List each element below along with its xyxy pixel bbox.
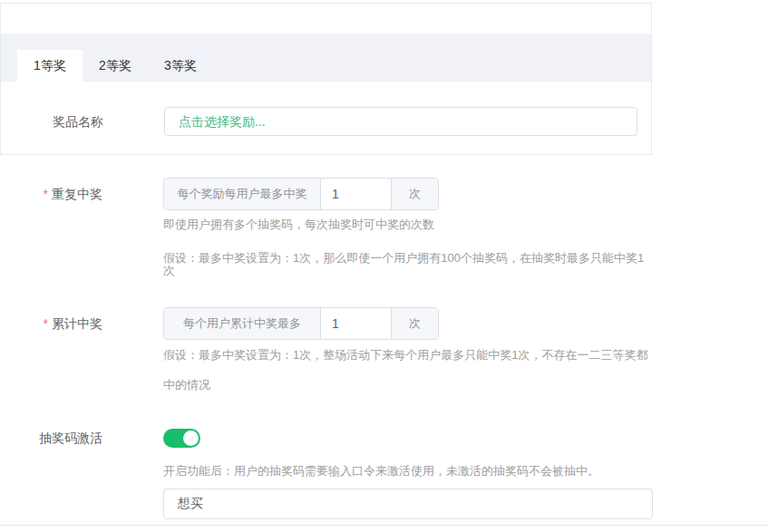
cumulative-win-label: 累计中奖 xyxy=(52,316,102,331)
toggle-knob-icon xyxy=(183,430,199,446)
bottom-divider xyxy=(0,525,768,526)
tab-third-prize[interactable]: 3等奖 xyxy=(148,50,213,82)
repeat-win-prepend-label: 每个奖励每用户最多中奖 xyxy=(164,179,321,209)
repeat-win-input-group: 每个奖励每用户最多中奖 次 xyxy=(163,178,439,210)
cumulative-win-prepend-label: 每个用户累计中奖最多 xyxy=(164,308,321,339)
prize-settings-card: 1等奖 2等奖 3等奖 奖品名称 xyxy=(0,3,652,155)
prize-rule-form: *重复中奖 每个奖励每用户最多中奖 次 即使用户拥有多个抽奖码，每次抽奖时可中奖… xyxy=(0,178,768,519)
activation-code-input[interactable] xyxy=(163,488,653,519)
repeat-win-row: *重复中奖 每个奖励每用户最多中奖 次 即使用户拥有多个抽奖码，每次抽奖时可中奖… xyxy=(0,178,768,277)
prize-name-row: 奖品名称 xyxy=(1,107,651,136)
required-asterisk: * xyxy=(44,187,48,201)
required-asterisk: * xyxy=(44,316,48,331)
tab-second-prize[interactable]: 2等奖 xyxy=(83,50,148,82)
cumulative-win-input-group: 每个用户累计中奖最多 次 xyxy=(163,307,439,340)
prize-tabs-bar: 1等奖 2等奖 3等奖 xyxy=(1,34,651,82)
repeat-win-label: 重复中奖 xyxy=(52,187,102,201)
prize-name-input[interactable] xyxy=(164,107,637,136)
cumulative-win-tip: 假设：最多中奖设置为：1次，整场活动下来每个用户最多只能中奖1次，不存在一二三等… xyxy=(163,340,653,400)
repeat-win-count-input[interactable] xyxy=(321,179,391,209)
code-activation-toggle[interactable] xyxy=(163,429,200,448)
repeat-win-tip-1: 即使用户拥有多个抽奖码，每次抽奖时可中奖的次数 xyxy=(163,218,653,231)
cumulative-win-row: *累计中奖 每个用户累计中奖最多 次 假设：最多中奖设置为：1次，整场活动下来每… xyxy=(0,307,768,400)
code-activation-label: 抽奖码激活 xyxy=(0,429,102,448)
repeat-win-unit-label: 次 xyxy=(391,179,438,209)
cumulative-win-count-input[interactable] xyxy=(321,308,391,339)
repeat-win-tip-2: 假设：最多中奖设置为：1次，那么即使一个用户拥有100个抽奖码，在抽奖时最多只能… xyxy=(163,252,653,277)
tab-first-prize[interactable]: 1等奖 xyxy=(17,50,83,82)
cumulative-win-unit-label: 次 xyxy=(391,308,438,339)
prize-name-label: 奖品名称 xyxy=(1,107,103,136)
code-activation-row: 抽奖码激活 开启功能后：用户的抽奖码需要输入口令来激活使用，未激活的抽奖码不会被… xyxy=(0,429,768,519)
code-activation-tip: 开启功能后：用户的抽奖码需要输入口令来激活使用，未激活的抽奖码不会被抽中。 xyxy=(163,465,653,478)
